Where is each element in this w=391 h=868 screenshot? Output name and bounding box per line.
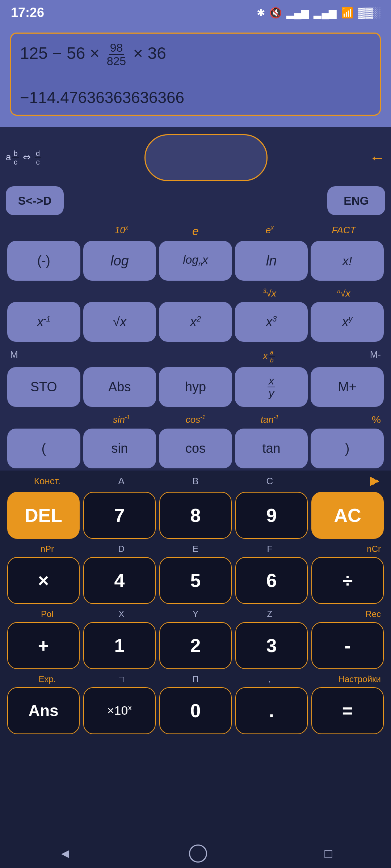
btn-cube[interactable]: x3 (235, 302, 308, 342)
btn-mplus[interactable]: M+ (311, 367, 384, 407)
btn-log[interactable]: log (83, 241, 156, 281)
oval-button[interactable] (144, 134, 268, 181)
nav-bar: ◄ □ (0, 839, 391, 868)
label-clipboard: □ (84, 674, 159, 684)
btn-neg[interactable]: (-) (7, 241, 80, 281)
bluetooth-icon: ✱ (257, 7, 265, 19)
btn-tan[interactable]: tan (235, 429, 308, 468)
display-area: 125 − 56 × 98 825 × 36 −114.476363636363… (0, 25, 391, 127)
row-123: + 1 2 3 - (4, 619, 387, 672)
btn-hyp[interactable]: hyp (159, 367, 232, 407)
label-C: C (232, 476, 307, 489)
btn-8[interactable]: 8 (159, 492, 232, 539)
log-row: (-) log lognx ln x! (4, 239, 387, 283)
btn-del[interactable]: DEL (7, 492, 80, 539)
btn-rparen[interactable]: ) (311, 429, 384, 468)
fraction: 98 825 (106, 42, 127, 68)
btn-sub[interactable]: - (311, 622, 384, 669)
power-row: x-1 √x x2 x3 xy (4, 300, 387, 344)
nav-recent[interactable]: □ (324, 846, 332, 861)
label-ex: ex (232, 225, 307, 238)
backspace-button[interactable]: ← (369, 149, 385, 167)
nav-home[interactable] (189, 844, 207, 863)
btn-sin[interactable]: sin (83, 429, 156, 468)
keypad-area: Конст. A B C ⯈ DEL 7 8 9 AC nPr D E F nC… (0, 471, 391, 737)
label-Z: Z (232, 609, 307, 619)
label-F: F (232, 544, 307, 554)
label-settings: Настройки (307, 674, 381, 684)
status-time: 17:26 (11, 5, 44, 20)
btn-1[interactable]: 1 (83, 622, 156, 669)
btn-factorial[interactable]: x! (311, 241, 384, 281)
btn-sq[interactable]: x2 (159, 302, 232, 342)
btn-9[interactable]: 9 (235, 492, 308, 539)
label-comma: , (232, 674, 307, 684)
label-Pol: Pol (10, 609, 84, 619)
btn-abs[interactable]: Abs (83, 367, 156, 407)
btn-div[interactable]: ÷ (311, 557, 384, 604)
btn-mul[interactable]: × (7, 557, 80, 604)
label-D: D (84, 544, 159, 554)
share-icon: ⯈ (307, 476, 381, 489)
label-fact: FACT (307, 225, 381, 238)
btn-ln[interactable]: ln (235, 241, 308, 281)
fraction-label: abc ⇔ dc (6, 149, 42, 166)
label-tan-inv: tan-1 (232, 414, 307, 426)
label-A: A (84, 476, 159, 489)
label-nPr: nPr (10, 544, 84, 554)
btn-6[interactable]: 6 (235, 557, 308, 604)
label-M-: M- (307, 349, 381, 364)
s-to-d-button[interactable]: S<->D (6, 186, 64, 215)
label-Rec: Rec (307, 609, 381, 619)
btn-sto[interactable]: STO (7, 367, 80, 407)
status-icons: ✱ 🔇 ▂▄▆ ▂▄▆ 📶 ▓▓░ (257, 7, 380, 19)
signal-icon1: ▂▄▆ (286, 7, 310, 19)
label-B: B (159, 476, 233, 489)
btn-4[interactable]: 4 (83, 557, 156, 604)
display-box: 125 − 56 × 98 825 × 36 −114.476363636363… (10, 33, 381, 116)
btn-logn[interactable]: lognx (159, 241, 232, 281)
label-cbrt: 3√x (232, 288, 307, 299)
status-bar: 17:26 ✱ 🔇 ▂▄▆ ▂▄▆ 📶 ▓▓░ (0, 0, 391, 25)
btn-5[interactable]: 5 (159, 557, 232, 604)
btn-2[interactable]: 2 (159, 622, 232, 669)
label-pi: Π (159, 674, 233, 684)
nav-back[interactable]: ◄ (59, 846, 72, 861)
btn-0[interactable]: 0 (159, 687, 232, 734)
btn-x10[interactable]: ×10x (83, 687, 156, 734)
btn-add[interactable]: + (7, 622, 80, 669)
label-nrt: n√x (307, 288, 381, 299)
btn-dot[interactable]: . (235, 687, 308, 734)
label-cos-inv: cos-1 (159, 414, 233, 426)
func-bar-right: ← (369, 149, 385, 167)
btn-3[interactable]: 3 (235, 622, 308, 669)
label-exp: Exp. (10, 674, 84, 684)
btn-equals[interactable]: = (311, 687, 384, 734)
btn-lparen[interactable]: ( (7, 429, 80, 468)
label-X: X (84, 609, 159, 619)
btn-cos[interactable]: cos (159, 429, 232, 468)
label-M: M (10, 349, 84, 364)
label-nCr: nCr (307, 544, 381, 554)
label-konst: Конст. (10, 476, 84, 489)
btn-pow[interactable]: xy (311, 302, 384, 342)
row-789: DEL 7 8 9 AC (4, 489, 387, 542)
btn-ac[interactable]: AC (311, 492, 384, 539)
mute-icon: 🔇 (269, 7, 282, 19)
battery-icon: ▓▓░ (358, 7, 380, 18)
label-sin-inv: sin-1 (84, 414, 159, 426)
btn-frac[interactable]: xy (235, 367, 308, 407)
s-d-row: S<->D ENG (0, 185, 391, 220)
label-10x: 10x (84, 225, 159, 238)
eng-button[interactable]: ENG (327, 186, 385, 215)
label-xab: xab (232, 349, 307, 364)
btn-inv[interactable]: x-1 (7, 302, 80, 342)
btn-sqrt[interactable]: √x (83, 302, 156, 342)
display-expression: 125 − 56 × 98 825 × 36 (20, 42, 371, 68)
wifi-icon: 📶 (341, 7, 354, 19)
trig-row: ( sin cos tan ) (4, 426, 387, 471)
fraction-toggle[interactable]: abc ⇔ dc (6, 149, 42, 166)
display-result: −114.47636363636366 (20, 89, 371, 107)
btn-7[interactable]: 7 (83, 492, 156, 539)
btn-ans[interactable]: Ans (7, 687, 80, 734)
